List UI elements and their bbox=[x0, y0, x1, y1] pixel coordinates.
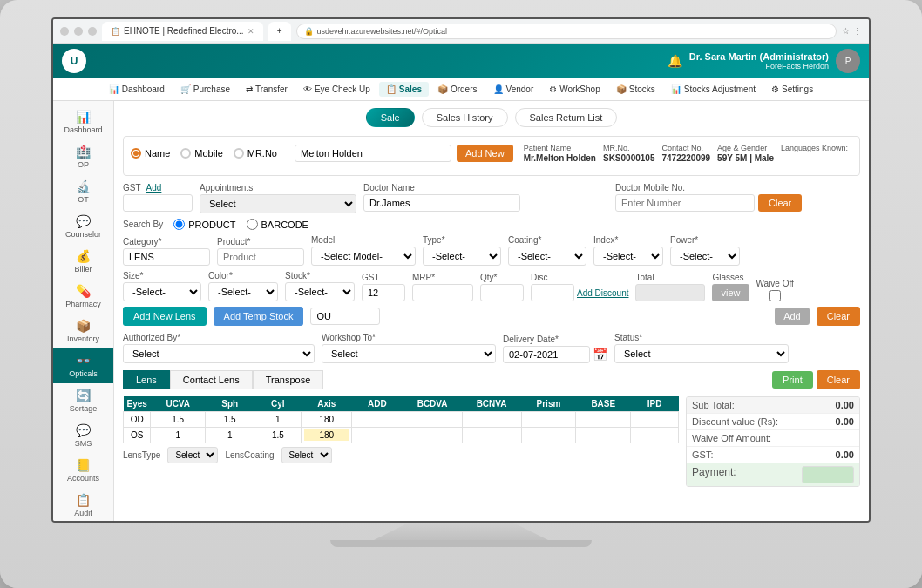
browser-max[interactable] bbox=[88, 27, 97, 36]
nav-dashboard[interactable]: 📊Dashboard bbox=[102, 82, 172, 97]
sidebar-item-biller[interactable]: 💰Biller bbox=[53, 244, 113, 279]
od-add[interactable] bbox=[355, 414, 399, 425]
menu-icon[interactable]: ⋮ bbox=[853, 26, 862, 36]
sidebar-item-pharmacy[interactable]: 💊Pharmacy bbox=[53, 279, 113, 314]
lens-coating-select[interactable]: Select bbox=[281, 447, 332, 463]
os-bcdva[interactable] bbox=[406, 429, 459, 441]
od-axis[interactable] bbox=[304, 414, 349, 425]
tab-sale[interactable]: Sale bbox=[366, 108, 415, 127]
add-discount-link[interactable]: Add Discount bbox=[577, 288, 628, 298]
sidebar-item-opticals[interactable]: 👓Opticals bbox=[53, 348, 113, 383]
doctor-name-input[interactable] bbox=[363, 194, 520, 212]
os-axis[interactable] bbox=[304, 429, 349, 441]
os-prism[interactable] bbox=[525, 429, 573, 441]
product-input[interactable] bbox=[217, 248, 304, 266]
sidebar-item-counselor[interactable]: 💬Counselor bbox=[53, 209, 113, 244]
sidebar-item-op[interactable]: 🏥OP bbox=[53, 139, 113, 174]
appointments-select[interactable]: Select bbox=[200, 194, 356, 213]
sidebar-item-sms[interactable]: 💬SMS bbox=[53, 418, 113, 453]
nav-settings[interactable]: ⚙Settings bbox=[764, 82, 820, 97]
browser-close[interactable] bbox=[60, 27, 69, 36]
authorized-select[interactable]: Select bbox=[123, 344, 315, 363]
nav-transfer[interactable]: ⇄Transfer bbox=[239, 82, 295, 97]
clear-lens-button[interactable]: Clear bbox=[817, 370, 860, 389]
gst-add-link[interactable]: Add bbox=[146, 183, 162, 193]
os-cyl[interactable] bbox=[257, 429, 298, 441]
model-select[interactable]: -Select Model- bbox=[311, 247, 416, 266]
doctor-clear-button[interactable]: Clear bbox=[758, 194, 802, 212]
type-select[interactable]: -Select- bbox=[423, 247, 501, 266]
bell-icon[interactable]: 🔔 bbox=[668, 54, 682, 68]
os-ucva[interactable] bbox=[153, 429, 202, 441]
od-base[interactable] bbox=[579, 414, 627, 425]
od-bcnva[interactable] bbox=[465, 414, 519, 425]
mrp-input[interactable] bbox=[412, 284, 473, 301]
tab-contact-lens[interactable]: Contact Lens bbox=[170, 370, 253, 389]
od-sph[interactable] bbox=[208, 414, 251, 425]
od-prism[interactable] bbox=[525, 414, 573, 425]
tab-sales-history[interactable]: Sales History bbox=[422, 108, 508, 127]
clear-product-button[interactable]: Clear bbox=[817, 307, 860, 326]
od-bcdva[interactable] bbox=[406, 414, 459, 425]
calendar-icon[interactable]: 📅 bbox=[593, 348, 607, 362]
qty-input[interactable] bbox=[480, 284, 524, 301]
ou-input[interactable] bbox=[310, 308, 380, 325]
os-sph[interactable] bbox=[208, 429, 251, 441]
glasses-view-button[interactable]: view bbox=[712, 284, 749, 301]
sidebar-item-sortage[interactable]: 🔄Sortage bbox=[53, 383, 113, 418]
category-input[interactable] bbox=[123, 248, 210, 266]
disc-input[interactable] bbox=[531, 284, 574, 301]
coating-select[interactable]: -Select- bbox=[508, 247, 586, 266]
sidebar-item-audit[interactable]: 📋Audit bbox=[53, 488, 113, 521]
color-select[interactable]: -Select- bbox=[208, 282, 278, 301]
browser-min[interactable] bbox=[74, 27, 83, 36]
nav-eye-check[interactable]: 👁Eye Check Up bbox=[296, 82, 377, 97]
star-icon[interactable]: ☆ bbox=[842, 26, 850, 36]
status-select[interactable]: Select bbox=[614, 344, 789, 363]
add-product-button[interactable]: Add bbox=[775, 308, 810, 325]
add-temp-stock-button[interactable]: Add Temp Stock bbox=[214, 307, 304, 326]
os-add[interactable] bbox=[355, 429, 399, 441]
sidebar-item-ot[interactable]: 🔬OT bbox=[53, 174, 113, 209]
tab-transpose[interactable]: Transpose bbox=[253, 370, 324, 389]
radio-barcode[interactable]: BARCODE bbox=[247, 219, 308, 230]
gst-product-input[interactable] bbox=[362, 284, 405, 301]
radio-product[interactable]: PRODUCT bbox=[173, 219, 235, 230]
print-button[interactable]: Print bbox=[772, 371, 813, 389]
radio-mrno[interactable]: MR.No bbox=[234, 148, 277, 159]
close-tab-icon[interactable]: ✕ bbox=[247, 27, 254, 36]
doctor-mobile-input[interactable] bbox=[615, 194, 755, 212]
radio-mobile[interactable]: Mobile bbox=[180, 148, 222, 159]
nav-vendor[interactable]: 👤Vendor bbox=[486, 82, 541, 97]
waive-off-checkbox[interactable] bbox=[756, 290, 794, 301]
os-bcnva[interactable] bbox=[465, 429, 519, 441]
browser-tab[interactable]: 📋 EHNOTE | Redefined Electro... ✕ bbox=[102, 22, 263, 41]
delivery-input[interactable] bbox=[503, 346, 590, 363]
stock-select[interactable]: -Select- bbox=[285, 282, 355, 301]
size-select[interactable]: -Select- bbox=[123, 282, 201, 301]
radio-name[interactable]: Name bbox=[131, 148, 170, 159]
tab-sales-return[interactable]: Sales Return List bbox=[515, 108, 618, 127]
nav-stocks-adj[interactable]: 📊Stocks Adjustment bbox=[664, 82, 763, 97]
os-base[interactable] bbox=[579, 429, 627, 441]
nav-orders[interactable]: 📦Orders bbox=[430, 82, 485, 97]
avatar[interactable]: P bbox=[836, 49, 860, 73]
od-ipd[interactable] bbox=[634, 414, 675, 425]
workshop-select[interactable]: Select bbox=[322, 344, 496, 363]
od-cyl[interactable] bbox=[257, 414, 298, 425]
power-select[interactable]: -Select- bbox=[670, 247, 740, 266]
patient-search-input[interactable] bbox=[295, 145, 451, 162]
index-select[interactable]: -Select- bbox=[593, 247, 663, 266]
lens-type-select[interactable]: Select bbox=[167, 447, 218, 463]
os-ipd[interactable] bbox=[634, 429, 675, 441]
nav-sales[interactable]: 📋Sales bbox=[379, 82, 429, 97]
nav-stocks[interactable]: 📦Stocks bbox=[609, 82, 662, 97]
address-bar[interactable]: 🔒 usdevehr.azurewebsites.net/#/Optical bbox=[296, 24, 837, 39]
new-tab[interactable]: + bbox=[268, 22, 291, 41]
sidebar-item-inventory[interactable]: 📦Inventory bbox=[53, 314, 113, 348]
gst-input[interactable] bbox=[123, 194, 193, 212]
sidebar-item-accounts[interactable]: 📒Accounts bbox=[53, 453, 113, 488]
nav-workshop[interactable]: ⚙WorkShop bbox=[542, 82, 607, 97]
sidebar-item-dashboard[interactable]: 📊Dashboard bbox=[53, 105, 113, 139]
od-ucva[interactable] bbox=[153, 414, 202, 425]
